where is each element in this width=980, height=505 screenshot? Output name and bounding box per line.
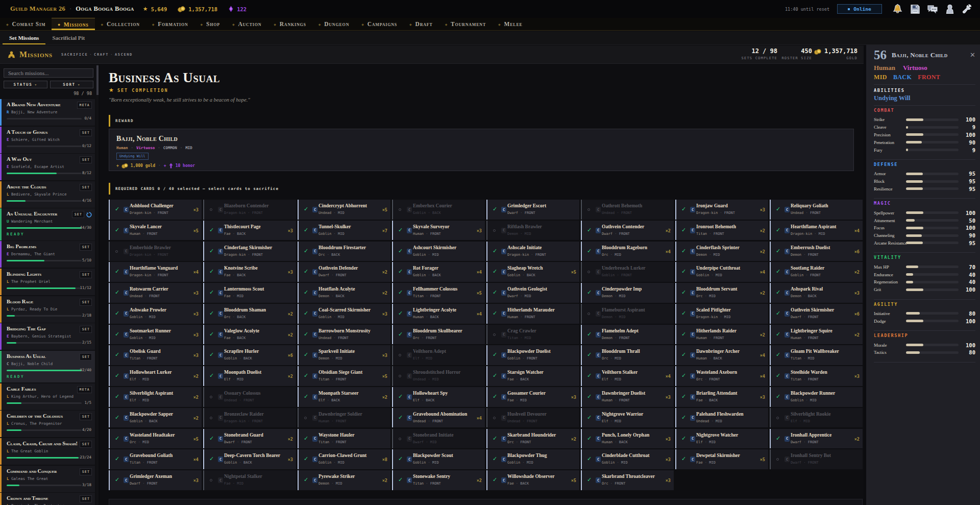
sacrifice-card-scaled-pitfighter[interactable]: ✓CScaled PitfighterDragon-kin · MID [675,304,768,324]
sacrifice-card-barrowborn-monstrosity[interactable]: ✓CBarrowborn MonstrosityUndead · FRONT [298,325,390,345]
sacrifice-card-heatflash-acolyte[interactable]: ✓CHeatflash AcolyteDemon · BACK×2 [298,283,390,303]
sacrifice-card-lanternmoss-scout[interactable]: ✓CLanternmoss ScoutFae · MID [203,283,296,303]
sacrifice-card-valeglow-acolyte[interactable]: ✓CValeglow AcolyteFae · BACK×2 [203,325,296,345]
sacrifice-card-riftlash-brawler[interactable]: CRiftlash BrawlerDemon · MID [486,221,579,241]
sacrifice-card-moonpath-duelist[interactable]: ✓CMoonpath DuelistElf · MID×2 [203,366,296,386]
sacrifice-card-underbreach-lurker[interactable]: CUnderbreach LurkerGoblin · FRONT [581,262,674,282]
sacrifice-card-grimledger-escort[interactable]: ✓CGrimledger EscortDwarf · FRONT [486,200,579,220]
sacrifice-card-hushveil-devourer[interactable]: CHushveil DevourerUndead · FRONT [486,408,579,428]
mission-item-command-and-conquer[interactable]: Command and ConquerSETL Galeas The Great… [0,466,95,492]
sacrifice-card-cinderpowder-imp[interactable]: ✓CCinderpowder ImpDemon · MID [581,283,674,303]
mission-item-a-touch-of-genius[interactable]: A Touch of GeniusSETE Schiere, Gifted Wi… [0,127,95,153]
nav-tab-tournament[interactable]: ◆Tournament [439,18,492,30]
sacrifice-card-blooddrum-rageborn[interactable]: ✓CBlooddrum RagebornOrc · MID×4 [581,242,674,261]
sacrifice-card-slagheap-wretch[interactable]: ✓CSlagheap WretchGoblin · BACK×5 [486,262,579,282]
sacrifice-card-ironhall-apprentice[interactable]: ✓CIronhall ApprenticeDwarf · FRONT×2 [770,429,863,449]
mission-item-blinding-lights[interactable]: Blinding LightsSETL The Prophet Uriel11/… [0,269,95,295]
sacrifice-card-gossamer-courier[interactable]: ✓CGossamer CourierFae · MID×3 [486,387,579,407]
sacrifice-card-hollowheart-spy[interactable]: ✓CHollowheart SpyElf · BACK [392,387,485,407]
sacrifice-card-oathrott-behemoth[interactable]: COathrott BehemothUndead · FRONT [581,200,674,220]
sacrifice-card-cinderfang-skirmisher[interactable]: ✓CCinderfang SkirmisherDragon-kin · FRON… [203,242,296,261]
sacrifice-card-pyrewake-striker[interactable]: ✓CPyrewake StrikerDemon · MID×2 [298,470,390,490]
sacrifice-card-waystone-hauler[interactable]: ✓CWaystone HaulerTitan · FRONT [298,429,390,449]
sacrifice-card-ironhall-sentry-bot[interactable]: CIronhall Sentry BotDwarf · FRONT [770,449,863,469]
sacrifice-card-blooddrum-servant[interactable]: ✓CBlooddrum ServantOrc · MID×2 [675,283,768,303]
sacrifice-card-blackpowder-duelist[interactable]: ✓CBlackpowder DuelistGoblin · FRONT [486,345,579,365]
sacrifice-card-blazeborn-contender[interactable]: CBlazeborn ContenderDragon-kin · FRONT [203,200,296,220]
sacrifice-card-rotswarm-carrier[interactable]: ✓CRotswarm CarrierUndead · FRONT×3 [109,283,202,303]
sacrifice-card-dawnbringer-duelist[interactable]: ✓CDawnbringer DuelistHuman · FRONT×3 [581,387,674,407]
mission-item-crown-and-throne[interactable]: Crown and ThroneSETL Percival, The Prote… [0,493,95,505]
sacrifice-card-wasteland-axeborn[interactable]: ✓CWasteland AxebornOrc · FRONT×4 [675,366,768,386]
sacrifice-card-cinderflash-sprinter[interactable]: ✓CCinderflash SprinterDemon · MID×2 [675,242,768,261]
sacrifice-card-cinderblade-cutthroat[interactable]: ✓CCinderblade CutthroatGoblin · MID×3 [581,449,674,469]
sacrifice-card-blackpowder-scout[interactable]: ✓CBlackpowder ScoutGoblin · MID [392,449,485,469]
nav-tab-combat-sim[interactable]: ◆Combat Sim [0,18,52,30]
sacrifice-card-hearthflame-aspirant[interactable]: ✓CHearthflame AspirantDragon-kin · MID×4 [770,221,863,241]
sacrifice-card-skarbrand-houndrider[interactable]: ✓CSkarbrand HoundriderOrc · FRONT×2 [486,429,579,449]
sacrifice-card-blooddrum-skullbearer[interactable]: ✓CBlooddrum SkullbearerOrc · FRONT [392,325,485,345]
sacrifice-card-skyvale-lancer[interactable]: ✓CSkyvale LancerHuman · FRONT×5 [109,221,202,241]
sacrifice-card-dawnbringer-soldier[interactable]: CDawnbringer SoldierHuman · FRONT [298,408,390,428]
chat-icon[interactable] [926,3,938,15]
sacrifice-card-hollowheart-lurker[interactable]: ✓CHollowheart LurkerElf · MID×2 [109,366,202,386]
sacrifice-card-ironroot-behemoth[interactable]: ✓CIronroot BehemothTitan · FRONT×2 [675,221,768,241]
sacrifice-card-briarling-attendant[interactable]: ✓CBriarling AttendantFae · BACK×3 [675,387,768,407]
sacrifice-card-ashcourt-skirmisher[interactable]: ✓CAshcourt SkirmisherGoblin · MID [392,242,485,261]
sacrifice-card-ashscale-initiate[interactable]: ✓CAshscale InitiateDragon-kin · FRONT [486,242,579,261]
toolbar-action-ascend[interactable]: ASCEND [115,53,133,57]
sacrifice-card-blackpowder-runner[interactable]: ✓CBlackpowder RunnerGoblin · MID [770,387,863,407]
sacrifice-card-rot-forager[interactable]: ✓CRot ForagerGoblin · BACK×4 [392,262,485,282]
toolbar-action-craft[interactable]: CRAFT [94,53,109,57]
nav-tab-melee[interactable]: ◆Melee [492,18,529,30]
mission-item-big-problems[interactable]: Big ProblemsSETE Dormammu, The Giant5/10 [0,241,95,268]
sacrifice-card-gloam-pit-wallbreaker[interactable]: ✓CGloam Pit WallbreakerTitan · MID [770,345,863,365]
profile-icon[interactable] [944,3,955,15]
sacrifice-card-blackpowder-thug[interactable]: ✓CBlackpowder ThugGoblin · MID [486,449,579,469]
nav-tab-dungeon[interactable]: ◆Dungeon [312,18,355,30]
mission-item-clash-crash-crush-and-smash[interactable]: Clash, Crash, Crush and Smash!SETL The G… [0,438,95,465]
mission-item-children-of-the-colossus[interactable]: Children of the ColossusSETL Cronus, The… [0,411,95,437]
sacrifice-card-steelhide-warden[interactable]: ✓CSteelhide WardenTitan · FRONT×3 [770,366,863,386]
nav-tab-campaigns[interactable]: ◆Campaigns [355,18,403,30]
sacrifice-card-sootmarket-runner[interactable]: ✓CSootmarket RunnerGoblin · MID×3 [109,325,202,345]
bell-icon[interactable] [892,3,903,15]
sacrifice-card-crag-crawler[interactable]: CCrag CrawlerTitan · MID [486,325,579,345]
nav-tab-shop[interactable]: ◆Shop [194,18,226,30]
mission-item-a-brand-new-adventure[interactable]: A Brand New AdventureMETAR Bajji, New Ad… [0,99,95,126]
save-icon[interactable] [909,3,921,15]
sacrifice-card-knotvine-scribe[interactable]: ✓CKnotvine ScribeFae · BACK×3 [203,262,296,282]
sacrifice-card-nightpetal-stalker[interactable]: CNightpetal StalkerFae · MID [203,470,296,490]
sacrifice-card-grimledger-axeman[interactable]: ✓CGrimledger AxemanDwarf · FRONT×3 [109,470,202,490]
sidebar-scrollbar-thumb[interactable] [96,65,99,95]
sacrifice-card-scrapfire-hurler[interactable]: ✓CScrapfire HurlerGoblin · BACK×6 [203,345,296,365]
sacrifice-card-blackpowder-sapper[interactable]: ✓CBlackpowder SapperGoblin · BACK×2 [109,408,202,428]
sacrifice-card-flameburst-aspirant[interactable]: CFlameburst AspirantDemon · MID [581,304,674,324]
mission-item-bridging-the-gap[interactable]: Bridging The GapSETE Baybern, Genius Str… [0,323,95,350]
sacrifice-card-emberhex-courier[interactable]: CEmberhex CourierGoblin · BACK [392,200,485,220]
sacrifice-card-sparkveil-initiate[interactable]: ✓CSparkveil InitiateDemon · MID×3 [298,345,390,365]
sacrifice-card-stonewake-sentry[interactable]: ✓CStonewake SentryTitan · FRONT×2 [392,470,485,490]
sacrifice-card-thistlecourt-page[interactable]: ✓CThistlecourt PageFae · BACK×3 [203,221,296,241]
filter-button-status[interactable]: STATUS▾ [4,81,47,88]
nav-tab-draft[interactable]: ◆Draft [403,18,439,30]
search-input[interactable]: Search missions... [4,68,93,78]
sacrifice-card-punch-lonely-orphan[interactable]: ✓CPunch, Lonely OrphanHuman · BACK×3 [581,429,674,449]
sacrifice-card-silverblight-aspirant[interactable]: ✓CSilverblight AspirantElf · MID×2 [109,387,202,407]
sacrifice-card-nightgrove-watcher[interactable]: ✓CNightgrove WatcherElf · MID [675,429,768,449]
toolbar-action-sacrifice[interactable]: SACRIFICE [61,53,88,57]
mission-item-a-way-out[interactable]: A Way OutSETE Scofield, Escape Artist8/1… [0,154,95,180]
settings-wrench-icon[interactable] [961,3,973,15]
subnav-tab-set-missions[interactable]: Set Missions [3,31,45,44]
sacrifice-card-gravebound-goliath[interactable]: ✓CGravebound GoliathTitan · FRONT×4 [109,449,202,469]
refresh-icon[interactable] [86,212,92,218]
sacrifice-card-wasteland-headtaker[interactable]: ✓CWasteland HeadtakerOrc · MID×5 [109,429,202,449]
sacrifice-card-reliquary-goliath[interactable]: ✓CReliquary GoliathUndead · FRONT [770,200,863,220]
mission-item-business-as-usual[interactable]: Business As UsualSETC Bajji, Noble Child… [0,351,95,382]
mission-item-an-unusual-encounter[interactable]: An Unusual EncounterSETU Wandering Merch… [0,208,95,240]
sacrifice-card-blooddrum-shaman[interactable]: ✓CBlooddrum ShamanOrc · BACK×2 [203,304,296,324]
sacrifice-card-carrion-clawed-grunt[interactable]: ✓CCarrion-Clawed GruntGoblin · MID×8 [298,449,390,469]
sacrifice-card-dawnbringer-archer[interactable]: ✓CDawnbringer ArcherHuman · BACK×4 [675,345,768,365]
sacrifice-card-hitherlands-raider[interactable]: ✓CHitherlands RaiderHuman · FRONT×2 [675,325,768,345]
online-status-badge[interactable]: Online [837,4,882,14]
